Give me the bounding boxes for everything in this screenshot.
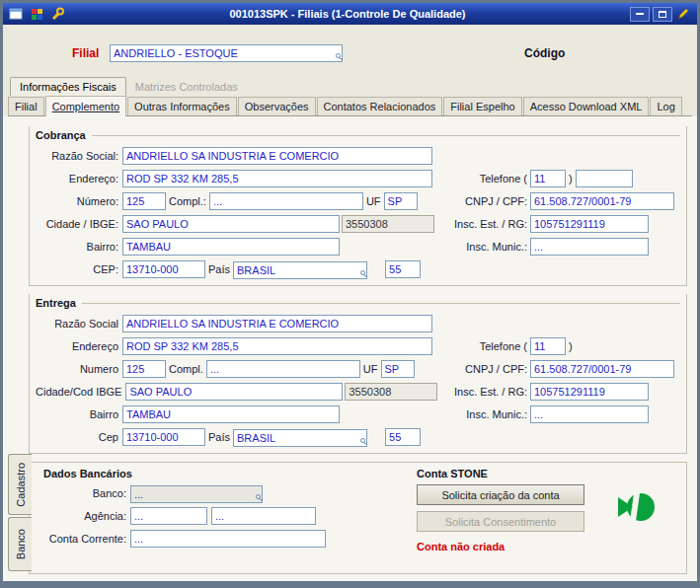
banco-input[interactable]	[130, 485, 263, 503]
entrega-bairro-row: Bairro	[36, 405, 442, 423]
conta-corrente-input[interactable]	[130, 530, 326, 548]
insc-est-label: Insc. Est. / RG:	[429, 386, 530, 398]
razao-social-label: Razão Social:	[36, 150, 122, 162]
cobranca-uf-input[interactable]	[384, 192, 418, 210]
entrega-compl-input[interactable]	[206, 360, 360, 378]
app-grid-icon[interactable]	[29, 7, 44, 22]
lookup-magnifier-icon[interactable]	[256, 494, 261, 499]
numero-label: Numero	[36, 363, 122, 375]
wrench-icon[interactable]	[49, 7, 65, 22]
entrega-pais-input[interactable]	[233, 429, 367, 447]
insc-est-label: Insc. Est. / RG:	[429, 218, 530, 230]
tab-outras-informacoes[interactable]: Outras Informações	[127, 97, 237, 115]
tab-observacoes[interactable]: Observações	[238, 97, 316, 115]
conta-corrente-row: Conta Corrente:	[39, 530, 365, 548]
entrega-cnpj-row: CNPJ / CPF:	[429, 360, 678, 378]
cep-label: CEP:	[36, 263, 122, 275]
entrega-razao-social-input[interactable]	[122, 315, 432, 332]
cobranca-razao-social-input[interactable]	[122, 147, 432, 165]
dados-bancarios-title: Dados Bancários	[43, 468, 132, 479]
group-divider	[92, 135, 680, 136]
entrega-cep-input[interactable]	[122, 428, 205, 446]
tab-filial[interactable]: Filial	[8, 97, 44, 115]
filial-input[interactable]	[110, 44, 343, 62]
cobranca-telefone-input[interactable]	[576, 170, 633, 187]
cobranca-bairro-row: Bairro:	[36, 238, 442, 256]
tab-informacoes-fiscais[interactable]: Informações Fiscais	[10, 77, 126, 96]
entrega-cidade-row: Cidade/Cod IBGE	[36, 383, 442, 401]
bairro-label: Bairro:	[36, 241, 122, 253]
razao-social-label: Razão Social	[36, 318, 122, 330]
stone-status-icon	[615, 488, 657, 530]
telefone-label: Telefone (	[429, 340, 530, 352]
tab-filial-espelho[interactable]: Filial Espelho	[443, 97, 521, 115]
cobranca-cnpj-input[interactable]	[530, 192, 674, 210]
solicita-consentimento-button[interactable]: Solicita Consentimento	[417, 511, 584, 532]
entrega-ddd-input[interactable]	[530, 337, 566, 355]
entrega-group: Entrega Razão Social Endereço Numero	[29, 294, 687, 454]
lookup-magnifier-icon[interactable]	[360, 270, 365, 275]
cidade-label: Cidade/Cod IBGE	[36, 386, 125, 398]
tab-complemento[interactable]: Complemento	[45, 96, 126, 116]
entrega-numero-input[interactable]	[122, 360, 166, 378]
entrega-ddi-input[interactable]	[385, 428, 421, 446]
agencia-input[interactable]	[130, 507, 207, 525]
entrega-razao-row: Razão Social	[36, 315, 442, 332]
lookup-magnifier-icon[interactable]	[336, 53, 341, 58]
entrega-cidade-input[interactable]	[125, 383, 343, 401]
telefone-close-paren: )	[566, 340, 576, 352]
uf-label: UF	[360, 363, 381, 375]
minimize-button[interactable]	[630, 7, 650, 22]
cobranca-cnpj-row: CNPJ / CPF:	[429, 192, 678, 210]
conta-status-text: Conta não criada	[417, 541, 584, 552]
cobranca-telefone-row: Telefone ( )	[429, 170, 678, 187]
maximize-icon	[659, 11, 666, 18]
entrega-endereco-input[interactable]	[122, 337, 432, 355]
entrega-insc-mun-input[interactable]	[530, 405, 649, 423]
cobranca-bairro-input[interactable]	[122, 238, 340, 256]
filial-field	[110, 43, 343, 61]
pais-label: País	[205, 263, 233, 275]
tab-contatos-relacionados[interactable]: Contatos Relacionados	[317, 97, 443, 115]
solicita-criacao-button[interactable]: Solicita criação da conta	[417, 484, 584, 505]
cobranca-insc-mun-input[interactable]	[530, 238, 649, 256]
window-icon[interactable]	[8, 7, 24, 22]
tab-log[interactable]: Log	[650, 97, 681, 115]
entrega-insc-est-row: Insc. Est. / RG:	[429, 383, 678, 401]
cobranca-insc-est-row: Insc. Est. / RG:	[429, 215, 678, 233]
endereco-label: Endereço:	[36, 173, 122, 184]
cobranca-cep-input[interactable]	[122, 260, 205, 278]
edit-pencil-icon[interactable]	[675, 7, 691, 22]
cep-label: Cep	[36, 431, 122, 443]
entrega-uf-input[interactable]	[381, 360, 415, 378]
agencia-conta-input[interactable]	[211, 507, 316, 525]
cobranca-insc-est-input[interactable]	[530, 215, 649, 233]
cobranca-insc-mun-row: Insc. Munic.:	[429, 238, 678, 256]
cobranca-pais-input[interactable]	[233, 261, 367, 279]
side-tab-cadastro[interactable]: Cadastro	[8, 454, 32, 515]
tab-matrizes-controladas[interactable]: Matrizes Controladas	[126, 78, 247, 96]
agencia-row: Agência:	[39, 507, 365, 525]
cobranca-ddi-input[interactable]	[385, 260, 421, 278]
folder-tabs: Informações Fiscais Matrizes Controladas	[10, 76, 247, 96]
main-tab-strip: Filial Complemento Outras Informações Ob…	[8, 96, 692, 116]
cobranca-cep-row: CEP: País	[36, 260, 442, 278]
cnpj-label: CNPJ / CPF:	[429, 195, 530, 207]
cobranca-cidade-input[interactable]	[122, 215, 340, 233]
maximize-button[interactable]	[653, 7, 672, 22]
side-tab-banco[interactable]: Banco	[8, 517, 32, 571]
entrega-insc-est-input[interactable]	[530, 383, 649, 401]
cobranca-endereco-input[interactable]	[122, 170, 432, 187]
cidade-label: Cidade / IBGE:	[36, 218, 122, 230]
uf-label: UF	[363, 195, 384, 207]
tab-acesso-download-xml[interactable]: Acesso Download XML	[523, 97, 650, 115]
cobranca-numero-input[interactable]	[122, 192, 166, 210]
cobranca-numero-row: Número: Compl.: UF	[36, 192, 442, 210]
cobranca-compl-input[interactable]	[209, 192, 363, 210]
entrega-bairro-input[interactable]	[122, 405, 340, 423]
titlebar[interactable]: 001013SPK - Filiais (1-Controle De Quali…	[3, 3, 697, 25]
entrega-cnpj-input[interactable]	[530, 360, 674, 378]
conta-corrente-label: Conta Corrente:	[39, 533, 130, 545]
cobranca-ddd-input[interactable]	[530, 170, 566, 187]
lookup-magnifier-icon[interactable]	[360, 438, 365, 443]
